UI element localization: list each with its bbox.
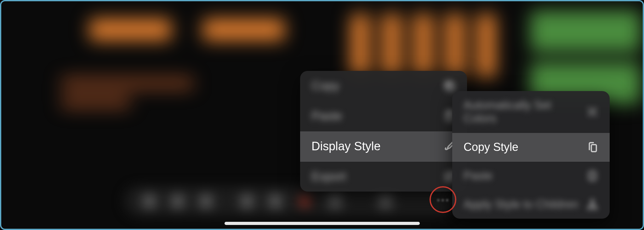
submenu-display-style: Automatically Set Colors Copy Style Past…	[452, 91, 610, 219]
svg-point-4	[595, 114, 596, 115]
menu-item-label: Display Style	[311, 140, 381, 153]
copy-icon	[444, 80, 456, 92]
paste-icon	[586, 170, 598, 182]
documents-icon	[586, 141, 598, 153]
menu-item-label: Paste	[311, 109, 342, 123]
menu-item-copy[interactable]: Copy	[300, 71, 467, 101]
svg-rect-5	[590, 172, 596, 180]
submenu-item-apply-children[interactable]: Apply Style to Children	[452, 190, 610, 219]
menu-item-label: Export	[311, 170, 346, 183]
menu-item-label: Copy Style	[464, 141, 518, 154]
menu-item-display-style[interactable]: Display Style	[300, 131, 467, 162]
svg-rect-0	[448, 84, 454, 90]
menu-item-label: Automatically Set Colors	[464, 99, 586, 125]
wand-icon	[586, 106, 598, 118]
context-menu: Copy Paste Display Style Export	[300, 71, 467, 192]
more-button[interactable]: ⋯	[430, 186, 456, 213]
menu-item-label: Copy	[311, 79, 339, 93]
ellipsis-icon: ⋯	[436, 192, 450, 207]
submenu-item-paste[interactable]: Paste	[452, 162, 610, 190]
menu-item-label: Paste	[464, 169, 493, 182]
submenu-item-copy-style[interactable]: Copy Style	[452, 133, 610, 162]
menu-item-paste[interactable]: Paste	[300, 101, 467, 131]
menu-item-label: Apply Style to Children	[464, 198, 578, 211]
submenu-item-auto-colors[interactable]: Automatically Set Colors	[452, 91, 610, 133]
svg-point-3	[589, 108, 590, 109]
home-indicator	[225, 222, 420, 225]
hierarchy-icon	[586, 198, 598, 210]
